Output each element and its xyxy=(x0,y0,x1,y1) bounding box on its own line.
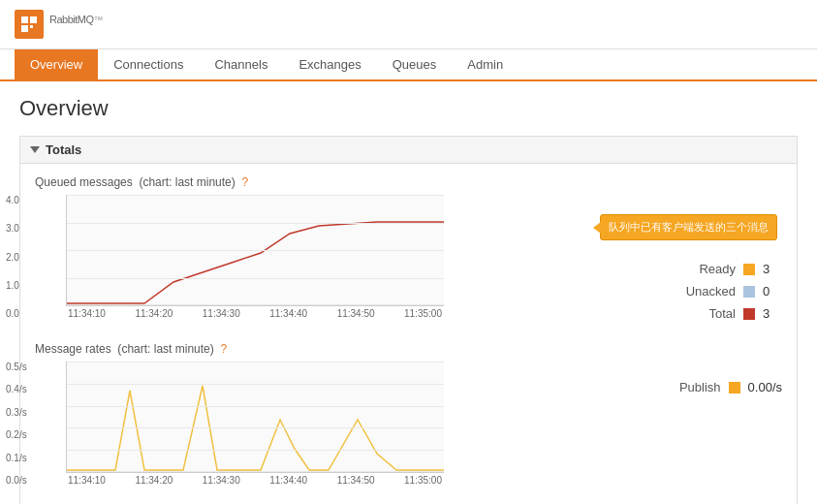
logo: RabbitMQ™ xyxy=(15,10,103,39)
queued-messages-label: Queued messages (chart: last minute) ? xyxy=(35,175,782,189)
queued-stats-table: Ready 3 Unacked 0 Total 3 xyxy=(473,243,782,325)
message-rates-chart: 0.5/s0.4/s0.3/s0.2/s0.1/s0.0/s xyxy=(35,362,444,486)
nav-item-admin[interactable]: Admin xyxy=(452,49,518,79)
header: RabbitMQ™ xyxy=(0,0,817,49)
logo-text: RabbitMQ™ xyxy=(49,12,103,37)
stat-row-total: Total 3 xyxy=(473,302,782,325)
stat-label-ready: Ready xyxy=(677,262,736,276)
message-rates-label: Message rates (chart: last minute) ? xyxy=(35,342,782,356)
queued-messages-chart: 4.03.02.01.00.0 xyxy=(35,195,444,319)
y-axis-labels-rates: 0.5/s0.4/s0.3/s0.2/s0.1/s0.0/s xyxy=(6,362,27,486)
stat-value-unacked: 0 xyxy=(763,284,782,299)
stat-label-unacked: Unacked xyxy=(677,284,736,299)
stat-row-unacked: Unacked 0 xyxy=(473,280,782,302)
chart-canvas-rates xyxy=(66,362,444,473)
rate-stats-table: Publish 0.00/s xyxy=(473,362,782,398)
callout-bubble: 队列中已有客户端发送的三个消息 xyxy=(600,214,777,240)
totals-section-header: Totals xyxy=(20,137,797,164)
message-rates-help[interactable]: ? xyxy=(220,342,227,356)
chart-canvas-queued xyxy=(66,195,444,306)
nav-item-overview[interactable]: Overview xyxy=(15,49,98,79)
svg-rect-3 xyxy=(30,25,33,28)
nav-item-connections[interactable]: Connections xyxy=(98,49,199,79)
stat-value-ready: 3 xyxy=(763,262,782,276)
totals-label: Totals xyxy=(46,142,81,157)
nav-item-channels[interactable]: Channels xyxy=(199,49,283,79)
total-dot xyxy=(743,308,755,320)
nav-item-exchanges[interactable]: Exchanges xyxy=(283,49,376,79)
main-nav: Overview Connections Channels Exchanges … xyxy=(0,49,817,81)
queued-messages-row: 4.03.02.01.00.0 xyxy=(35,195,782,325)
stat-label-total: Total xyxy=(677,306,736,321)
nav-item-queues[interactable]: Queues xyxy=(377,49,453,79)
y-axis-labels: 4.03.02.01.00.0 xyxy=(6,195,19,319)
message-rates-row: 0.5/s0.4/s0.3/s0.2/s0.1/s0.0/s xyxy=(35,362,782,486)
stat-label-publish: Publish xyxy=(663,380,721,394)
queued-messages-help[interactable]: ? xyxy=(241,175,248,189)
stat-row-ready: Ready 3 xyxy=(473,258,782,280)
collapse-icon[interactable] xyxy=(30,146,40,153)
svg-rect-0 xyxy=(21,16,28,23)
stat-value-total: 3 xyxy=(763,306,782,321)
unacked-dot xyxy=(743,286,755,298)
rates-svg xyxy=(67,362,444,473)
totals-section-body: Queued messages (chart: last minute) ? 4… xyxy=(20,164,797,504)
stat-row-publish: Publish 0.00/s xyxy=(473,376,782,398)
svg-rect-2 xyxy=(21,25,28,32)
totals-section: Totals Queued messages (chart: last minu… xyxy=(19,136,798,504)
logo-icon xyxy=(15,10,44,39)
x-axis-labels-rates: 11:34:1011:34:2011:34:3011:34:4011:34:50… xyxy=(66,475,444,486)
x-axis-labels-queued: 11:34:1011:34:2011:34:3011:34:4011:34:50… xyxy=(66,308,444,319)
ready-dot xyxy=(743,264,755,275)
svg-rect-1 xyxy=(30,16,37,23)
queued-stats-area: 队列中已有客户端发送的三个消息 Ready 3 Unacked 0 Total xyxy=(473,195,782,325)
publish-dot xyxy=(729,382,740,394)
page-title: Overview xyxy=(0,81,817,126)
stat-value-publish: 0.00/s xyxy=(748,380,782,394)
